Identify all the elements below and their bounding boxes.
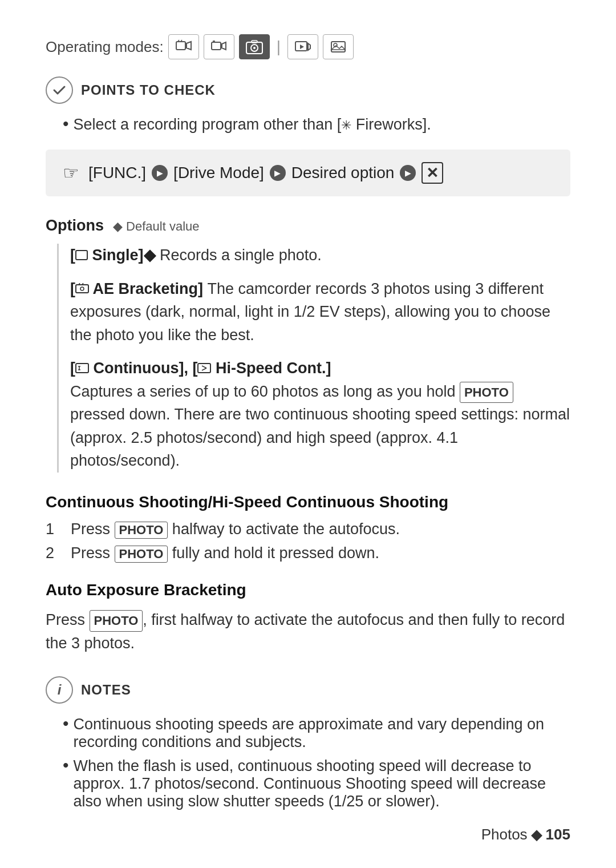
- mode-divider: |: [277, 38, 281, 56]
- continuous-shooting-header: Continuous Shooting/Hi-Speed Continuous …: [46, 493, 570, 511]
- notes-section: i NOTES Continuous shooting speeds are a…: [46, 676, 570, 810]
- options-default: ◆ Default value: [113, 219, 200, 234]
- mode-icon-video2: [204, 34, 234, 59]
- option-continuous-desc: Captures a series of up to 60 photos as …: [70, 380, 570, 473]
- option-single: [ Single]◆ Records a single photo.: [70, 244, 570, 267]
- mode-icon-photo: [239, 34, 270, 59]
- svg-line-27: [202, 366, 206, 368]
- auto-exposure-section: Auto Exposure Bracketing Press PHOTO, fi…: [46, 581, 570, 656]
- svg-marker-12: [308, 43, 310, 50]
- bullet-item-fireworks: Select a recording program other than [✳…: [63, 115, 570, 134]
- page-footer: Photos ◆ 105: [481, 826, 570, 843]
- svg-point-21: [80, 287, 84, 290]
- page-number: 105: [546, 826, 570, 843]
- check-icon: [46, 76, 73, 104]
- notes-header: i NOTES: [46, 676, 570, 704]
- svg-rect-22: [76, 364, 88, 373]
- continuous-shooting-section: Continuous Shooting/Hi-Speed Continuous …: [46, 493, 570, 563]
- photo-button-inline1: PHOTO: [460, 382, 513, 403]
- hand-icon: ☞: [63, 162, 79, 184]
- svg-rect-18: [76, 285, 88, 293]
- option-single-name: [ Single]◆: [70, 247, 160, 264]
- svg-rect-26: [198, 364, 210, 373]
- options-header: Options ◆ Default value: [46, 217, 570, 235]
- photo-button-ae: PHOTO: [90, 610, 143, 632]
- step-2: 2 Press PHOTO fully and hold it pressed …: [46, 544, 570, 563]
- notes-bullets: Continuous shooting speeds are approxima…: [63, 715, 570, 810]
- drive-mode-label: [Drive Mode]: [173, 164, 264, 182]
- arrow-3: ▶: [400, 165, 416, 181]
- note-item-2: When the flash is used, continuous shoot…: [63, 757, 570, 810]
- points-to-check-label: POINTS TO CHECK: [81, 82, 216, 98]
- continuous-shooting-steps: 1 Press PHOTO halfway to activate the au…: [46, 520, 570, 563]
- option-ae-bracketing: [ AE Bracketing] The camcorder records 3…: [70, 277, 570, 347]
- photo-button-step1: PHOTO: [115, 522, 168, 539]
- operating-modes: Operating modes: |: [46, 34, 570, 59]
- points-to-check: POINTS TO CHECK: [46, 76, 570, 104]
- svg-marker-16: [331, 46, 345, 50]
- close-button[interactable]: ✕: [422, 162, 443, 184]
- options-list: [ Single]◆ Records a single photo. [ AE …: [57, 244, 570, 473]
- mode-icon-scene: [323, 34, 354, 59]
- points-bullets: Select a recording program other than [✳…: [63, 115, 570, 134]
- instruction-text: [FUNC.] ▶ [Drive Mode] ▶ Desired option …: [88, 162, 443, 184]
- svg-marker-13: [300, 45, 304, 49]
- svg-point-10: [253, 47, 256, 49]
- arrow-1: ▶: [152, 165, 168, 181]
- auto-exposure-header: Auto Exposure Bracketing: [46, 581, 570, 599]
- svg-rect-0: [176, 42, 185, 50]
- operating-modes-label: Operating modes:: [46, 38, 164, 56]
- svg-rect-4: [212, 42, 221, 50]
- step-1: 1 Press PHOTO halfway to activate the au…: [46, 520, 570, 539]
- svg-line-28: [202, 368, 206, 370]
- arrow-2: ▶: [270, 165, 286, 181]
- notes-label: NOTES: [81, 682, 131, 698]
- options-title: Options: [46, 217, 104, 235]
- auto-exposure-text: Press PHOTO, first halfway to activate t…: [46, 608, 570, 656]
- svg-marker-5: [222, 42, 226, 50]
- mode-icon-playback: [287, 34, 318, 59]
- option-single-desc: Records a single photo.: [160, 247, 322, 264]
- svg-marker-1: [187, 42, 191, 50]
- instruction-box: ☞ [FUNC.] ▶ [Drive Mode] ▶ Desired optio…: [46, 150, 570, 196]
- desired-option-label: Desired option: [291, 164, 395, 182]
- svg-rect-6: [213, 41, 215, 42]
- svg-rect-14: [331, 42, 345, 52]
- func-label: [FUNC.]: [88, 164, 146, 182]
- photo-button-step2: PHOTO: [115, 546, 168, 563]
- svg-rect-17: [76, 251, 87, 260]
- mode-icon-video1: [168, 34, 199, 59]
- option-ae-name: [ AE Bracketing]: [70, 280, 208, 297]
- option-continuous: [ Continuous], [ Hi-Speed Cont.] Capture…: [70, 357, 570, 473]
- footer-diamond: ◆: [531, 826, 542, 843]
- note-item-1: Continuous shooting speeds are approxima…: [63, 715, 570, 751]
- info-icon: i: [46, 676, 73, 704]
- footer-text: Photos: [481, 826, 528, 843]
- option-continuous-name: [ Continuous], [ Hi-Speed Cont.]: [70, 357, 570, 380]
